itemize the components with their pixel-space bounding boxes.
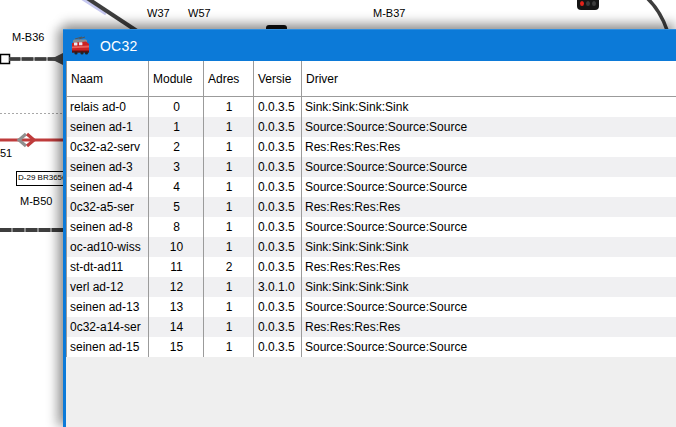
table-row[interactable]: verl ad-121213.0.1.0Sink:Sink:Sink:Sink (67, 277, 676, 297)
table-row[interactable]: seinen ad-151510.0.3.5Source:Source:Sour… (67, 337, 676, 357)
switch-label-w37: W37 (147, 7, 170, 20)
cell-driver: Res:Res:Res:Res (302, 137, 676, 157)
track-curve[interactable] (647, 0, 667, 30)
cell-adres: 1 (204, 137, 254, 157)
cell-adres: 1 (204, 317, 254, 337)
cell-adres: 1 (204, 337, 254, 357)
train-description-label[interactable]: D-29 BR3656 (16, 171, 66, 186)
cell-module: 2 (149, 137, 204, 157)
oc32-module-table: Naam Module Adres Versie Driver relais a… (66, 61, 676, 357)
table-row[interactable]: oc-ad10-wiss1010.0.3.5Sink:Sink:Sink:Sin… (67, 237, 676, 257)
cell-adres: 1 (204, 297, 254, 317)
cell-module: 3 (149, 157, 204, 177)
cell-adres: 1 (204, 277, 254, 297)
block-label-mb37: M-B37 (373, 7, 405, 20)
table-row[interactable]: seinen ad-3310.0.3.5Source:Source:Source… (67, 157, 676, 177)
cell-module: 12 (149, 277, 204, 297)
cell-naam: relais ad-0 (67, 97, 149, 118)
cell-driver: Source:Source:Source:Source (302, 297, 676, 317)
cell-adres: 1 (204, 97, 254, 118)
cell-module: 5 (149, 197, 204, 217)
cell-versie: 0.0.3.5 (254, 257, 302, 277)
table-row[interactable]: seinen ad-8810.0.3.5Source:Source:Source… (67, 217, 676, 237)
cell-module: 10 (149, 237, 204, 257)
signal-lamp-off-1 (586, 1, 590, 6)
column-header-naam[interactable]: Naam (67, 61, 149, 97)
table-row[interactable]: relais ad-0010.0.3.5Sink:Sink:Sink:Sink (67, 97, 676, 118)
locomotive-icon (70, 36, 93, 55)
block-label-mb36: M-B36 (12, 31, 44, 44)
cell-module: 4 (149, 177, 204, 197)
track-diagonal[interactable] (87, 0, 137, 31)
window-title: OC32 (100, 38, 137, 54)
cell-driver: Source:Source:Source:Source (302, 157, 676, 177)
signal-icon[interactable] (577, 0, 599, 10)
cell-versie: 0.0.3.5 (254, 297, 302, 317)
cell-module: 11 (149, 257, 204, 277)
cell-naam: oc-ad10-wiss (67, 237, 149, 257)
cell-driver: Sink:Sink:Sink:Sink (302, 277, 676, 297)
cell-naam: seinen ad-13 (67, 297, 149, 317)
table-row[interactable]: seinen ad-1110.0.3.5Source:Source:Source… (67, 117, 676, 137)
cell-adres: 1 (204, 197, 254, 217)
table-row[interactable]: 0c32-a14-ser1410.0.3.5Res:Res:Res:Res (67, 317, 676, 337)
cell-naam: st-dt-ad11 (67, 257, 149, 277)
cell-adres: 1 (204, 177, 254, 197)
table-row[interactable]: 0c32-a2-serv210.0.3.5Res:Res:Res:Res (67, 137, 676, 157)
track-arrow-icon (51, 53, 63, 65)
cell-module: 14 (149, 317, 204, 337)
cell-versie: 0.0.3.5 (254, 197, 302, 217)
cell-driver: Res:Res:Res:Res (302, 317, 676, 337)
cell-versie: 0.0.3.5 (254, 317, 302, 337)
column-header-driver[interactable]: Driver (302, 61, 676, 97)
cell-adres: 2 (204, 257, 254, 277)
cell-driver: Source:Source:Source:Source (302, 337, 676, 357)
oc32-dialog-window: OC32 Naam Module Adres Versie Driver rel… (63, 29, 676, 427)
cell-naam: seinen ad-3 (67, 157, 149, 177)
cell-driver: Sink:Sink:Sink:Sink (302, 237, 676, 257)
column-header-module[interactable]: Module (149, 61, 204, 97)
cell-adres: 1 (204, 117, 254, 137)
cell-driver: Source:Source:Source:Source (302, 117, 676, 137)
cell-versie: 3.0.1.0 (254, 277, 302, 297)
cell-versie: 0.0.3.5 (254, 217, 302, 237)
cell-driver: Res:Res:Res:Res (302, 197, 676, 217)
cell-module: 0 (149, 97, 204, 118)
cell-versie: 0.0.3.5 (254, 157, 302, 177)
oc32-table-body: relais ad-0010.0.3.5Sink:Sink:Sink:Sinks… (67, 97, 676, 358)
cell-versie: 0.0.3.5 (254, 177, 302, 197)
column-header-adres[interactable]: Adres (204, 61, 254, 97)
signal-lamp-red (580, 1, 584, 6)
cell-adres: 1 (204, 237, 254, 257)
column-header-versie[interactable]: Versie (254, 61, 302, 97)
cell-adres: 1 (204, 157, 254, 177)
cell-naam: 0c32-a5-ser (67, 197, 149, 217)
cell-module: 15 (149, 337, 204, 357)
table-row[interactable]: st-dt-ad111120.0.3.5Res:Res:Res:Res (67, 257, 676, 277)
cell-adres: 1 (204, 217, 254, 237)
signal-lamp-off-2 (592, 1, 596, 6)
cell-driver: Res:Res:Res:Res (302, 257, 676, 277)
cell-versie: 0.0.3.5 (254, 97, 302, 118)
table-row[interactable]: seinen ad-131310.0.3.5Source:Source:Sour… (67, 297, 676, 317)
dialog-body: Naam Module Adres Versie Driver relais a… (63, 61, 676, 427)
table-row[interactable]: seinen ad-4410.0.3.5Source:Source:Source… (67, 177, 676, 197)
titlebar[interactable]: OC32 (63, 29, 676, 61)
buffer-stop-icon[interactable] (1, 55, 10, 64)
table-row[interactable]: 0c32-a5-ser510.0.3.5Res:Res:Res:Res (67, 197, 676, 217)
cell-naam: seinen ad-15 (67, 337, 149, 357)
cell-naam: 0c32-a2-serv (67, 137, 149, 157)
cell-driver: Sink:Sink:Sink:Sink (302, 97, 676, 118)
cell-versie: 0.0.3.5 (254, 137, 302, 157)
cell-naam: seinen ad-4 (67, 177, 149, 197)
cell-driver: Source:Source:Source:Source (302, 217, 676, 237)
cell-driver: Source:Source:Source:Source (302, 177, 676, 197)
cell-versie: 0.0.3.5 (254, 237, 302, 257)
cell-module: 1 (149, 117, 204, 137)
block-label-51: 51 (0, 147, 12, 160)
cell-naam: seinen ad-1 (67, 117, 149, 137)
screen: M-B36 W37 W57 M-B37 51 D-29 BR3656 M-B50 (0, 0, 676, 427)
cell-module: 13 (149, 297, 204, 317)
cell-module: 8 (149, 217, 204, 237)
cell-naam: verl ad-12 (67, 277, 149, 297)
